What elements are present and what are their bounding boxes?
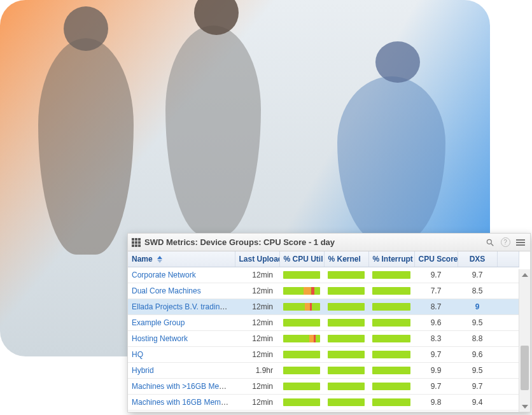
group-name-link[interactable]: Corporate Network <box>132 271 196 279</box>
table-row[interactable]: Ellada Projects B.V. trading as Netrou12… <box>128 299 519 315</box>
bar-chart <box>283 398 320 406</box>
metrics-panel: SWD Metrics: Device Groups: CPU Score - … <box>127 233 531 412</box>
cell-kernel <box>324 379 368 395</box>
table-row[interactable]: HQ12min9.79.6 <box>128 347 519 363</box>
bar-chart <box>328 383 365 390</box>
scroll-up-icon[interactable] <box>519 269 530 281</box>
cell-cpu-score: 9.8 <box>414 395 458 411</box>
cell-last-upload: 12min <box>235 331 279 347</box>
table-row[interactable]: Dual Core Machines12min7.78.5 <box>128 283 519 299</box>
cell-last-upload: 12min <box>235 395 279 411</box>
bar-chart <box>372 319 410 327</box>
col-last-upload[interactable]: Last Upload <box>235 251 279 267</box>
cell-interrupt <box>368 299 414 315</box>
cell-dxs: 9.6 <box>458 347 497 363</box>
cell-last-upload: 12min <box>235 379 279 395</box>
svg-line-1 <box>491 243 494 246</box>
cell-cpu-score: 9.6 <box>414 315 458 331</box>
cell-dxs: 9.5 <box>458 363 497 379</box>
table-row[interactable]: Machines with >16GB Memory12min9.79.7 <box>128 379 519 395</box>
cell-cpu-util <box>279 283 324 299</box>
cell-dxs: 9.4 <box>458 395 497 411</box>
bar-chart <box>283 271 320 279</box>
col-name[interactable]: Name <box>128 251 235 267</box>
cell-interrupt <box>368 347 414 363</box>
cell-interrupt <box>368 379 414 395</box>
cell-cpu-score: 7.7 <box>414 283 458 299</box>
vertical-scrollbar[interactable] <box>519 269 530 412</box>
cell-kernel <box>324 315 368 331</box>
cell-dxs: 8.5 <box>458 283 497 299</box>
group-name-link[interactable]: Ellada Projects B.V. trading as Netrou <box>132 302 235 311</box>
cell-cpu-score: 9.7 <box>414 347 458 363</box>
cell-cpu-util <box>279 395 324 411</box>
col-kernel[interactable]: % Kernel <box>324 251 368 267</box>
bar-chart <box>328 319 365 327</box>
table-row[interactable]: Machines with 16GB Memory12min9.89.4 <box>128 395 519 411</box>
person-silhouette <box>337 76 445 242</box>
cell-last-upload: 1.9hr <box>235 363 279 379</box>
cell-last-upload: 12min <box>235 347 279 363</box>
help-button[interactable]: ? <box>500 237 511 248</box>
cell-kernel <box>324 283 368 299</box>
cell-last-upload: 12min <box>235 283 279 299</box>
cell-interrupt <box>368 331 414 347</box>
cell-dxs: 9.5 <box>458 315 497 331</box>
cell-last-upload: 12min <box>235 299 279 315</box>
bar-chart <box>372 271 410 279</box>
table-header-row: Name Last Upload % CPU Util % Kernel % I… <box>128 251 519 267</box>
cell-kernel <box>324 331 368 347</box>
group-name-link[interactable]: Machines with >16GB Memory <box>132 382 235 391</box>
bar-chart <box>328 335 365 342</box>
table-row[interactable]: Example Group12min9.69.5 <box>128 315 519 331</box>
group-name-link[interactable]: Hybrid <box>132 366 154 375</box>
cell-dxs: 9 <box>458 299 497 315</box>
help-icon: ? <box>501 237 510 247</box>
sort-icon <box>157 256 162 263</box>
cell-kernel <box>324 363 368 379</box>
col-cpu-score[interactable]: CPU Score <box>414 251 458 267</box>
group-name-link[interactable]: Hosting Network <box>132 334 188 343</box>
search-icon <box>486 238 494 247</box>
bar-chart <box>372 367 410 374</box>
table-row[interactable]: Hosting Network12min8.38.8 <box>128 331 519 347</box>
menu-button[interactable] <box>515 237 526 248</box>
hamburger-icon <box>516 239 525 246</box>
cell-kernel <box>324 267 368 283</box>
person-silhouette <box>165 25 261 236</box>
table-row[interactable]: Corporate Network12min9.79.7 <box>128 267 519 283</box>
bar-chart <box>328 398 365 406</box>
group-name-link[interactable]: Dual Core Machines <box>132 286 201 295</box>
table-row[interactable]: Hybrid1.9hr9.99.5 <box>128 363 519 379</box>
cell-interrupt <box>368 315 414 331</box>
cell-cpu-util <box>279 331 324 347</box>
cell-dxs: 8.8 <box>458 331 497 347</box>
cell-cpu-score: 8.7 <box>414 299 458 315</box>
search-button[interactable] <box>484 237 496 248</box>
col-cpu-util[interactable]: % CPU Util <box>279 251 324 267</box>
scroll-thumb[interactable] <box>521 346 529 390</box>
bar-chart <box>283 367 320 374</box>
col-dxs[interactable]: DXS <box>458 251 497 267</box>
group-name-link[interactable]: Example Group <box>132 318 185 327</box>
table-container: Name Last Upload % CPU Util % Kernel % I… <box>128 251 530 412</box>
col-spacer <box>497 251 519 267</box>
bar-chart <box>372 335 410 342</box>
cell-cpu-util <box>279 267 324 283</box>
cell-last-upload: 12min <box>235 267 279 283</box>
cell-cpu-score: 8.3 <box>414 331 458 347</box>
bar-chart <box>328 303 365 311</box>
cell-interrupt <box>368 267 414 283</box>
group-name-link[interactable]: HQ <box>132 350 143 359</box>
cell-dxs: 9.7 <box>458 379 497 395</box>
col-interrupt[interactable]: % Interrupt <box>368 251 414 267</box>
metrics-table: Name Last Upload % CPU Util % Kernel % I… <box>128 251 519 411</box>
cell-cpu-util <box>279 363 324 379</box>
group-name-link[interactable]: Machines with 16GB Memory <box>132 398 232 407</box>
bar-chart <box>328 367 365 374</box>
scroll-down-icon[interactable] <box>519 281 530 292</box>
cell-interrupt <box>368 283 414 299</box>
cell-cpu-util <box>279 315 324 331</box>
cell-cpu-util <box>279 347 324 363</box>
cell-kernel <box>324 299 368 315</box>
